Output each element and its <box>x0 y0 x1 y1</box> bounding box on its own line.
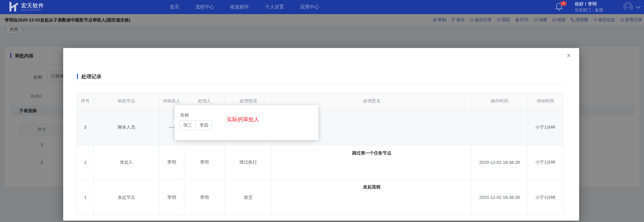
cell-seq: 2 <box>77 145 94 179</box>
cell-seq: 1 <box>77 179 94 216</box>
popover-label: 名称 <box>180 112 189 118</box>
cell-opinion: 发起流程 <box>272 179 472 216</box>
table-row: 2发起人李明李明跳过执行跳过第一个任务节点2020-12-02 16:38:29… <box>77 145 564 179</box>
cell-opinion: 跳过第一个任务节点 <box>272 145 472 179</box>
column-header-duration: 持续时间 <box>527 93 564 109</box>
cell-duration: 小于1分钟 <box>527 179 564 216</box>
cell-duration: 小于1分钟 <box>527 109 564 145</box>
modal-divider <box>77 84 565 85</box>
nav-menu: 首页流程中心收发邮件个人设置应用中心 <box>170 0 319 14</box>
nav-item-1[interactable]: 首页 <box>170 4 179 10</box>
cell-handler: 李明 <box>184 145 225 179</box>
cell-duration: 小于1分钟 <box>527 145 564 179</box>
nav-right: 3 你好！李明 所在部门：集团 <box>555 0 640 14</box>
approver-options: 张三李四 <box>179 120 212 130</box>
cell-time: 2020-12-02 16:38:28 <box>472 179 527 216</box>
avatar-body <box>625 8 632 12</box>
table-header-row: 序号审批节点待审批人处理人处理情况处理意见操作时间持续时间 <box>77 93 564 109</box>
department-text: 所在部门：集团 <box>575 7 603 13</box>
column-header-seq: 序号 <box>77 93 94 109</box>
avatar[interactable] <box>623 2 633 12</box>
cell-status: 跳过执行 <box>225 145 272 179</box>
process-record-table: 序号审批节点待审批人处理人处理情况处理意见操作时间持续时间 3脚本人员···小于… <box>77 93 564 216</box>
cell-seq: 3 <box>77 109 94 145</box>
logo-icon <box>9 1 19 12</box>
cell-node: 脚本人员 <box>94 109 159 145</box>
annotation-text: 实际的审批人 <box>227 116 259 123</box>
cell-time <box>472 109 527 145</box>
logo-title: 宏天软件 <box>21 3 44 9</box>
cell-node: 发起人 <box>94 145 159 179</box>
logo-text: 宏天软件 otent Software <box>21 3 44 11</box>
cell-handler: 李明 <box>184 179 225 216</box>
chevron-down-icon[interactable] <box>636 4 641 9</box>
notification-bell[interactable]: 3 <box>555 3 564 11</box>
modal-header: 处理记录 <box>77 74 102 80</box>
table-row: 1发起节点李明李明提交发起流程2020-12-02 16:38:28小于1分钟 <box>77 179 564 216</box>
greeting-text: 你好！李明 <box>575 1 603 7</box>
cell-pending: 李明 <box>159 145 184 179</box>
process-record-modal: ✕ 处理记录 序号审批节点待审批人处理人处理情况处理意见操作时间持续时间 3脚本… <box>63 48 579 221</box>
cell-status: 提交 <box>225 179 272 216</box>
approver-popover: 名称 张三李四 实际的审批人 <box>175 105 318 140</box>
cell-pending: 李明 <box>159 179 184 216</box>
user-greeting: 你好！李明 所在部门：集团 <box>575 1 603 13</box>
cell-node: 发起节点 <box>94 179 159 216</box>
notification-badge: 3 <box>560 1 567 6</box>
nav-item-4[interactable]: 个人设置 <box>265 4 284 10</box>
nav-item-3[interactable]: 收发邮件 <box>230 4 249 10</box>
column-header-time: 操作时间 <box>472 93 527 109</box>
app-root: 宏天软件 otent Software 首页流程中心收发邮件个人设置应用中心 3… <box>0 0 644 222</box>
nav-item-2[interactable]: 流程中心 <box>195 4 214 10</box>
table-row: 3脚本人员···小于1分钟 <box>77 109 564 145</box>
approver-option-button[interactable]: 李四 <box>196 120 212 130</box>
column-header-node: 审批节点 <box>94 93 159 109</box>
top-nav: 宏天软件 otent Software 首页流程中心收发邮件个人设置应用中心 3… <box>0 0 644 14</box>
nav-item-5[interactable]: 应用中心 <box>300 4 319 10</box>
logo[interactable]: 宏天软件 otent Software <box>9 1 44 12</box>
cell-time: 2020-12-02 16:38:29 <box>472 145 527 179</box>
modal-accent-bar <box>77 74 78 79</box>
avatar-head <box>627 4 630 7</box>
logo-subtitle: otent Software <box>21 9 44 11</box>
approver-option-button[interactable]: 张三 <box>179 120 196 130</box>
modal-title: 处理记录 <box>81 74 102 79</box>
close-icon[interactable]: ✕ <box>567 53 571 58</box>
